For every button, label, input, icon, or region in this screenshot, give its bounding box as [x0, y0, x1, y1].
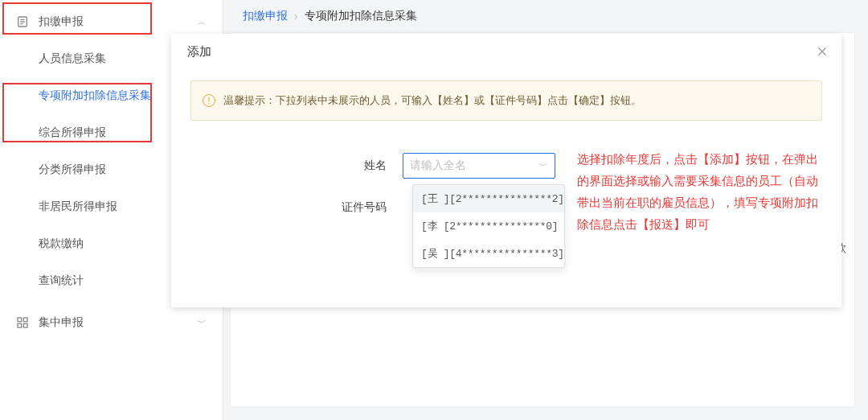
- warning-icon: !: [203, 94, 215, 107]
- dropdown-item[interactable]: [李 [2***************0]: [413, 212, 564, 240]
- name-dropdown: [王 ][2***************2] [李 [2***********…: [412, 184, 565, 268]
- name-placeholder: 请输入全名: [410, 159, 466, 173]
- annotation-text: 选择扣除年度后，点击【添加】按钮，在弹出的界面选择或输入需要采集信息的员工（自动…: [577, 148, 818, 235]
- alert-banner: ! 温馨提示：下拉列表中未展示的人员，可输入【姓名】或【证件号码】点击【确定】按…: [190, 80, 822, 121]
- dropdown-item[interactable]: [吴 ][4***************3]: [413, 240, 564, 267]
- alert-text: 温馨提示：下拉列表中未展示的人员，可输入【姓名】或【证件号码】点击【确定】按钮。: [223, 93, 641, 108]
- close-icon: [816, 45, 829, 58]
- close-button[interactable]: [813, 42, 832, 61]
- id-label: 证件号码: [190, 200, 403, 215]
- chevron-down-icon: ﹀: [538, 159, 548, 173]
- name-input[interactable]: 请输入全名 ﹀: [403, 153, 555, 179]
- dropdown-item[interactable]: [王 ][2***************2]: [413, 185, 564, 212]
- name-label: 姓名: [190, 159, 403, 173]
- modal-title: 添加: [171, 34, 841, 69]
